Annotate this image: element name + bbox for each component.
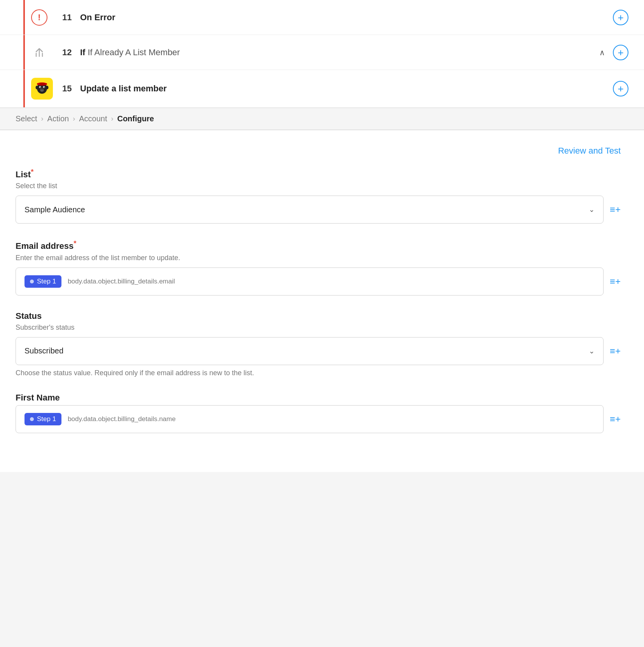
- svg-point-9: [46, 86, 49, 89]
- field-email-description: Enter the email address of the list memb…: [16, 254, 621, 262]
- step-icon-area-11: !: [31, 9, 54, 26]
- breadcrumb-action[interactable]: Action: [47, 114, 69, 123]
- status-dropdown[interactable]: Subscribed ⌄: [16, 337, 604, 365]
- list-add-icon-status: ≡+: [610, 346, 621, 357]
- field-status-description: Subscriber's status: [16, 324, 621, 332]
- add-step-button-15[interactable]: +: [613, 81, 628, 96]
- step-icon-area-15: [31, 78, 54, 100]
- email-tag-step: Step 1: [24, 275, 61, 288]
- breadcrumb-chevron-3: ›: [111, 115, 113, 123]
- review-test-link[interactable]: Review and Test: [558, 146, 621, 156]
- workflow-step-15: 15 Update a list member +: [0, 70, 644, 108]
- svg-point-12: [39, 83, 45, 85]
- email-input-wrapper[interactable]: Step 1 body.data.object.billing_details.…: [16, 268, 604, 296]
- collapse-icon-12[interactable]: ∧: [599, 48, 605, 57]
- step-right-11: +: [613, 10, 628, 25]
- workflow-step-12: 12 If If Already A List Member ∧ +: [0, 35, 644, 70]
- add-step-button-11[interactable]: +: [613, 10, 628, 25]
- list-add-button-status[interactable]: ≡+: [610, 346, 621, 357]
- step-condition-12: If Already A List Member: [88, 47, 180, 58]
- red-bar-12: [23, 35, 25, 70]
- list-dropdown[interactable]: Sample Audience ⌄: [16, 196, 604, 224]
- field-first-name: First Name Step 1 body.data.object.billi…: [16, 393, 621, 433]
- list-add-button-firstname[interactable]: ≡+: [610, 414, 621, 425]
- firstname-tag-step: Step 1: [24, 413, 61, 425]
- step-label-11: On Error: [80, 12, 115, 23]
- breadcrumb-chevron-1: ›: [41, 115, 44, 123]
- firstname-tag-value: body.data.object.billing_details.name: [68, 415, 176, 423]
- list-add-icon-email: ≡+: [610, 276, 621, 287]
- field-status: Status Subscriber's status Subscribed ⌄ …: [16, 311, 621, 377]
- field-list-label: List*: [16, 168, 621, 180]
- list-add-icon-firstname: ≡+: [610, 414, 621, 425]
- svg-point-7: [42, 89, 43, 90]
- svg-point-6: [41, 89, 42, 90]
- branch-icon: [31, 44, 47, 61]
- step-keyword-12: If: [80, 47, 85, 58]
- workflow-step-11: ! 11 On Error +: [0, 0, 644, 35]
- step-number-15: 15: [62, 84, 75, 94]
- email-tag-step-label: Step 1: [37, 278, 56, 285]
- field-firstname-row: Step 1 body.data.object.billing_details.…: [16, 405, 621, 433]
- red-bar: [23, 0, 25, 35]
- field-list-description: Select the list: [16, 182, 621, 190]
- email-tag-value: body.data.object.billing_details.email: [68, 278, 175, 285]
- mailchimp-icon: [31, 78, 53, 100]
- field-email-label: Email address*: [16, 239, 621, 251]
- field-email: Email address* Enter the email address o…: [16, 239, 621, 295]
- status-field-note: Choose the status value. Required only i…: [16, 369, 621, 377]
- breadcrumb-select[interactable]: Select: [16, 114, 37, 123]
- step-number-12: 12: [62, 47, 75, 58]
- firstname-tag-step-label: Step 1: [37, 415, 56, 423]
- field-email-row: Step 1 body.data.object.billing_details.…: [16, 268, 621, 296]
- step-icon-area-12: [31, 44, 54, 61]
- field-list-row: Sample Audience ⌄ ≡+: [16, 196, 621, 224]
- step-right-12: ∧ +: [599, 45, 628, 60]
- breadcrumb-configure[interactable]: Configure: [117, 114, 154, 123]
- breadcrumb: Select › Action › Account › Configure: [0, 108, 644, 130]
- list-dropdown-chevron: ⌄: [589, 205, 595, 214]
- step-label-15: Update a list member: [80, 84, 167, 94]
- list-add-icon: ≡+: [610, 204, 621, 215]
- firstname-tag-dot: [30, 417, 34, 421]
- status-dropdown-chevron: ⌄: [589, 347, 595, 355]
- field-firstname-label: First Name: [16, 393, 621, 403]
- field-list: List* Select the list Sample Audience ⌄ …: [16, 168, 621, 224]
- red-bar-15: [23, 70, 25, 107]
- field-status-label: Status: [16, 311, 621, 321]
- configure-header: Review and Test: [16, 146, 621, 156]
- workflow-container: ! 11 On Error + 12 If If Already A List …: [0, 0, 644, 108]
- firstname-input-wrapper[interactable]: Step 1 body.data.object.billing_details.…: [16, 405, 604, 433]
- list-add-button-list[interactable]: ≡+: [610, 204, 621, 215]
- step-right-15: +: [613, 81, 628, 96]
- svg-point-4: [44, 87, 44, 87]
- svg-point-3: [40, 87, 40, 87]
- breadcrumb-account[interactable]: Account: [79, 114, 107, 123]
- configure-panel: Review and Test List* Select the list Sa…: [0, 130, 644, 472]
- breadcrumb-chevron-2: ›: [73, 115, 75, 123]
- error-icon: !: [31, 9, 47, 26]
- svg-point-8: [36, 86, 38, 89]
- add-step-button-12[interactable]: +: [613, 45, 628, 60]
- list-dropdown-value: Sample Audience: [24, 205, 85, 214]
- status-dropdown-value: Subscribed: [24, 346, 63, 355]
- step-number-11: 11: [62, 12, 75, 23]
- field-status-row: Subscribed ⌄ ≡+: [16, 337, 621, 365]
- list-add-button-email[interactable]: ≡+: [610, 276, 621, 287]
- tag-dot: [30, 280, 34, 283]
